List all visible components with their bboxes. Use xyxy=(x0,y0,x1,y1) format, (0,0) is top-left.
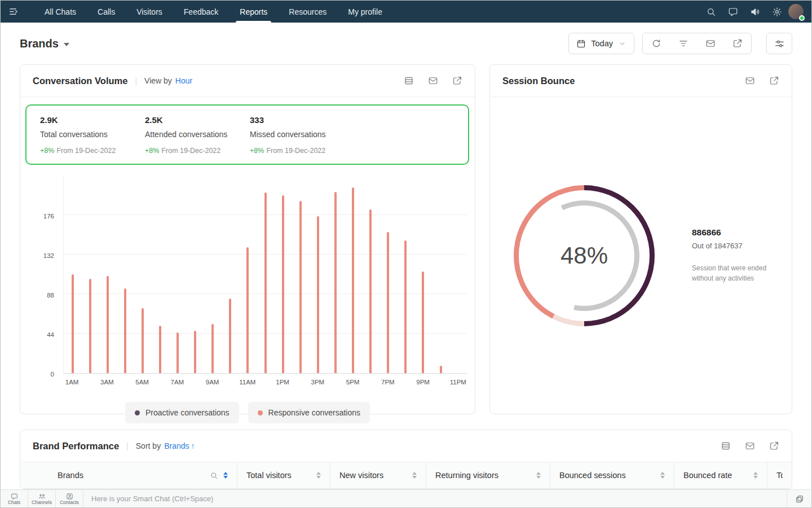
bar-7am[interactable] xyxy=(176,332,179,373)
bar-2pm[interactable] xyxy=(299,201,302,373)
y-axis: 04488132176 xyxy=(20,176,63,374)
bar-7pm[interactable] xyxy=(387,232,389,373)
bar-9am[interactable] xyxy=(211,324,214,374)
y-tick-label: 176 xyxy=(43,213,54,220)
export-button[interactable] xyxy=(769,441,779,451)
bar-5pm[interactable] xyxy=(352,187,354,373)
column-header-bounced-rate[interactable]: Bounced rate xyxy=(674,462,767,488)
bar-1am[interactable] xyxy=(72,274,74,373)
mail-button[interactable] xyxy=(745,76,755,86)
bar-8am[interactable] xyxy=(194,331,196,373)
legend-responsive-conversations[interactable]: Responsive conversations xyxy=(248,402,370,423)
sort-toggle[interactable] xyxy=(223,472,228,479)
mail-icon xyxy=(705,38,716,49)
bottom-tab-chats[interactable]: Chats xyxy=(1,490,28,507)
bar-3pm[interactable] xyxy=(317,216,319,373)
date-filter-button[interactable]: Today xyxy=(568,33,634,54)
speaker-button[interactable] xyxy=(747,3,764,20)
column-search-button[interactable] xyxy=(210,471,218,480)
windows-icon xyxy=(795,494,804,503)
x-tick-2am xyxy=(81,379,98,386)
nav-item-feedback[interactable]: Feedback xyxy=(173,1,229,23)
bottom-tab-contacts[interactable]: Contacts xyxy=(56,490,83,507)
nav-item-resources[interactable]: Resources xyxy=(278,1,337,23)
search-button[interactable] xyxy=(703,3,720,20)
column-header-brands[interactable]: Brands xyxy=(20,462,237,488)
sort-direction-arrow[interactable]: ↑ xyxy=(191,441,195,450)
mail-button[interactable] xyxy=(428,76,438,86)
legend-label: Proactive conversations xyxy=(145,408,230,417)
bottom-tab-channels[interactable]: Channels xyxy=(28,490,56,507)
card-title: Session Bounce xyxy=(502,76,575,86)
column-header-tot[interactable]: Tot xyxy=(767,462,792,488)
chat-button[interactable] xyxy=(725,3,742,20)
chat-icon xyxy=(728,7,738,17)
bar-5am[interactable] xyxy=(142,308,144,373)
bar-9pm[interactable] xyxy=(422,271,424,373)
bounce-count: 886866 xyxy=(692,227,778,238)
sort-toggle[interactable] xyxy=(660,472,665,479)
calendar-icon xyxy=(576,39,586,49)
sort-by-value-link[interactable]: Brands xyxy=(164,441,189,450)
view-by-value-link[interactable]: Hour xyxy=(175,76,192,85)
report-button[interactable] xyxy=(721,441,731,451)
bar-6am[interactable] xyxy=(159,326,161,373)
bar-11am[interactable] xyxy=(246,247,249,373)
nav-item-my-profile[interactable]: My profile xyxy=(337,1,393,23)
bar-4am[interactable] xyxy=(124,288,126,373)
speaker-icon xyxy=(750,7,760,17)
sort-toggle[interactable] xyxy=(536,472,541,479)
sort-toggle[interactable] xyxy=(753,472,758,479)
sidebar-toggle-button[interactable] xyxy=(8,6,19,17)
column-header-total-visitors[interactable]: Total visitors xyxy=(237,462,330,488)
report-icon xyxy=(721,441,731,451)
column-header-new-visitors[interactable]: New visitors xyxy=(330,462,426,488)
gear-button[interactable] xyxy=(769,3,785,20)
bar-10am[interactable] xyxy=(229,299,231,373)
online-status-dot xyxy=(799,15,805,21)
app-window: All ChatsCallsVisitorsFeedbackReportsRes… xyxy=(0,0,812,508)
nav-item-calls[interactable]: Calls xyxy=(87,1,126,23)
bar-10pm[interactable] xyxy=(440,366,442,373)
conversation-volume-header: Conversation Volume | View by Hour xyxy=(20,65,475,97)
bar-2am[interactable] xyxy=(89,279,91,373)
report-button[interactable] xyxy=(404,76,414,86)
page-title-dropdown[interactable]: Brands xyxy=(20,37,69,50)
mail-button[interactable] xyxy=(745,441,755,451)
bar-6pm[interactable] xyxy=(369,209,372,373)
export-button[interactable] xyxy=(769,76,779,86)
x-tick-10am xyxy=(221,379,239,386)
sort-toggle[interactable] xyxy=(316,472,321,479)
bar-1pm[interactable] xyxy=(282,195,284,373)
stat-label: Missed conversations xyxy=(250,130,355,139)
bar-4pm[interactable] xyxy=(334,192,337,373)
bar-8pm[interactable] xyxy=(404,240,407,373)
session-bounce-card: Session Bounce 48% 886866 Out of 1847637… xyxy=(489,64,792,414)
mail-icon xyxy=(428,76,438,86)
nav-item-all-chats[interactable]: All Chats xyxy=(34,1,87,23)
stat-value: 2.9K xyxy=(40,115,145,125)
mail-button[interactable] xyxy=(697,33,724,54)
avatar[interactable] xyxy=(788,4,804,19)
display-settings-button[interactable] xyxy=(766,33,792,54)
column-header-bounced-sessions[interactable]: Bounced sessions xyxy=(550,462,674,488)
refresh-button[interactable] xyxy=(643,33,670,54)
bar-3am[interactable] xyxy=(107,276,109,373)
brand-performance-card: Brand Performance | Sort by Brands ↑ Bra… xyxy=(20,430,792,489)
bounce-description: Session that were ended without any acti… xyxy=(692,264,778,283)
filter-button[interactable] xyxy=(670,33,697,54)
chevron-down-icon xyxy=(64,43,69,46)
sort-toggle[interactable] xyxy=(412,472,417,479)
sidebar-expand-icon xyxy=(8,6,19,17)
column-header-returning-visitors[interactable]: Returning visitors xyxy=(426,462,550,488)
legend-proactive-conversations[interactable]: Proactive conversations xyxy=(125,402,239,423)
x-tick-3am: 3AM xyxy=(98,379,116,386)
smart-chat-input[interactable] xyxy=(83,490,787,507)
nav-item-visitors[interactable]: Visitors xyxy=(126,1,173,23)
bar-12pm[interactable] xyxy=(264,192,267,373)
export-button[interactable] xyxy=(452,76,462,86)
nav-item-reports[interactable]: Reports xyxy=(229,1,278,23)
export-button[interactable] xyxy=(724,33,751,54)
bounce-total: Out of 1847637 xyxy=(692,242,778,250)
windows-button[interactable] xyxy=(787,490,811,507)
